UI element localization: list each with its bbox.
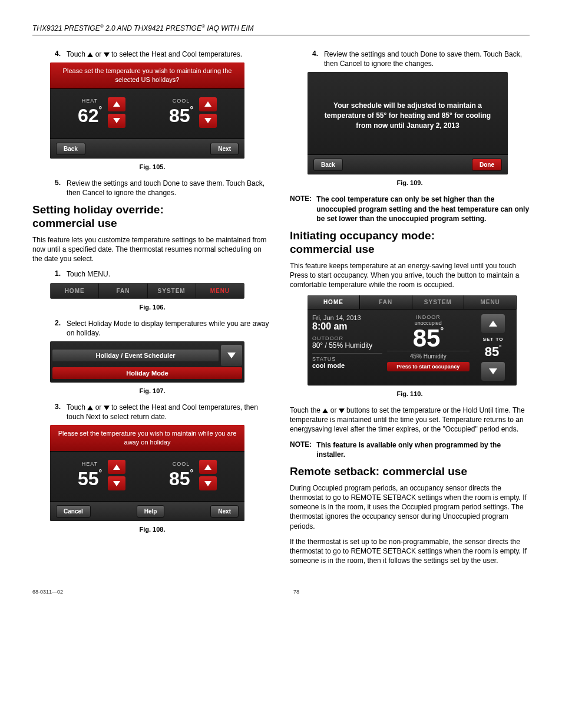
- cool-value: 85°: [169, 105, 193, 127]
- up-arrow-icon: [322, 409, 328, 413]
- temp-down-button[interactable]: [481, 362, 505, 381]
- note-2: NOTE: This feature is available only whe…: [290, 440, 530, 459]
- tab-system[interactable]: SYSTEM: [148, 284, 196, 298]
- fig105-screen: Please set the temperature you wish to m…: [50, 62, 244, 159]
- sec2-body: This feature keeps temperature at an ene…: [290, 261, 530, 290]
- cool-label: COOL: [169, 98, 193, 104]
- done-button[interactable]: Done: [472, 159, 502, 171]
- outdoor-label: OUTDOOR: [312, 335, 382, 341]
- note-1: NOTE: The cool temperature can only be s…: [290, 195, 530, 223]
- cancel-button[interactable]: Cancel: [56, 505, 91, 518]
- heat-value: 62°: [78, 105, 102, 127]
- tab-menu[interactable]: MENU: [196, 284, 244, 298]
- sec1-body: This feature lets you customize temperat…: [32, 235, 272, 264]
- sec3-p2: If the thermostat is set up to be non-pr…: [290, 537, 530, 566]
- hdr-a: THX9321 PRESTIGE: [32, 24, 100, 32]
- back-button[interactable]: Back: [56, 143, 85, 155]
- tab-home[interactable]: HOME: [51, 284, 99, 298]
- cool-down-button[interactable]: [199, 476, 217, 490]
- heat-down-button[interactable]: [108, 114, 125, 128]
- num: 1.: [50, 269, 61, 279]
- txt: Touch or to select the Heat and Cool tem…: [67, 403, 272, 421]
- left-step-4: 4. Touch or to select the Heat and Cool …: [50, 50, 272, 59]
- num: 2.: [50, 319, 61, 338]
- heat-value: 55°: [78, 468, 102, 490]
- txt: Review the settings and touch Done to sa…: [324, 50, 530, 68]
- right-step-4: 4. Review the settings and touch Done to…: [308, 50, 530, 68]
- next-button[interactable]: Next: [210, 143, 239, 155]
- hdr-c: IAQ WITH EIM: [205, 24, 254, 32]
- fig105-caption: Fig. 105.: [32, 163, 272, 170]
- down-arrow-icon: [339, 409, 345, 413]
- note-label: NOTE:: [290, 195, 312, 223]
- num: 5.: [50, 179, 61, 197]
- back-button[interactable]: Back: [313, 159, 343, 171]
- cool-value: 85°: [169, 468, 193, 490]
- schedule-message: Your schedule will be adjusted to mainta…: [308, 72, 508, 154]
- holiday-mode-item[interactable]: Holiday Mode: [52, 367, 242, 379]
- date: Fri, Jun 14, 2013: [312, 314, 382, 321]
- num: 4.: [308, 50, 318, 68]
- fig106-tabstrip: HOME FAN SYSTEM MENU: [50, 283, 244, 299]
- tab-home[interactable]: HOME: [308, 295, 360, 309]
- set-to-label: SET TO: [483, 337, 504, 342]
- cool-up-button[interactable]: [199, 97, 217, 111]
- note-label: NOTE:: [290, 440, 312, 459]
- section-remote-setback: Remote setback: commercial use: [290, 465, 530, 479]
- tab-fan[interactable]: FAN: [99, 284, 147, 298]
- left-step-1: 1. Touch MENU.: [50, 269, 272, 279]
- temp-up-button[interactable]: [481, 314, 505, 333]
- left-step-5: 5. Review the settings and touch Done to…: [50, 179, 272, 197]
- heat-label: HEAT: [78, 461, 102, 467]
- down-arrow-icon: [104, 406, 110, 410]
- num: 3.: [50, 403, 61, 421]
- set-to-value: 85°: [485, 344, 501, 360]
- section-holiday-override: Setting holiday override: commercial use: [32, 203, 272, 230]
- next-button[interactable]: Next: [210, 505, 239, 518]
- outdoor-value: 80° / 55% Humidity: [312, 341, 382, 350]
- up-arrow-icon: [87, 406, 93, 410]
- fig109-caption: Fig. 109.: [290, 179, 530, 186]
- scheduler-dropdown[interactable]: [221, 345, 242, 366]
- page-number: 78: [293, 589, 299, 595]
- fig110-home-screen: HOME FAN SYSTEM MENU Fri, Jun 14, 2013 8…: [308, 295, 517, 386]
- heat-up-button[interactable]: [108, 97, 125, 111]
- fig107-caption: Fig. 107.: [32, 387, 272, 394]
- press-to-start-button[interactable]: Press to start occupancy: [387, 362, 470, 371]
- time: 8:00 am: [312, 321, 382, 332]
- txt: Touch MENU.: [67, 269, 272, 279]
- num: 4.: [50, 50, 61, 59]
- left-step-3: 3. Touch or to select the Heat and Cool …: [50, 403, 272, 421]
- heat-up-button[interactable]: [108, 460, 125, 474]
- heat-down-button[interactable]: [108, 476, 125, 490]
- doc-number: 68-0311—02: [32, 589, 63, 595]
- status-label: STATUS: [312, 356, 382, 362]
- txt: Review the settings and touch Done to sa…: [67, 179, 272, 197]
- indoor-label: INDOOR: [387, 314, 470, 320]
- cool-up-button[interactable]: [199, 460, 217, 474]
- note-text: This feature is available only when prog…: [316, 440, 530, 459]
- fig108-caption: Fig. 108.: [32, 526, 272, 533]
- section-occupancy-mode: Initiating occupancy mode: commercial us…: [290, 229, 530, 256]
- note-text: The cool temperature can only be set hig…: [316, 195, 530, 223]
- prompt-bar: Please set the temperature you wish to m…: [50, 425, 244, 452]
- fig110-caption: Fig. 110.: [290, 390, 530, 397]
- hdr-b: 2.0 AND THX9421 PRESTIGE: [104, 24, 201, 32]
- tab-menu[interactable]: MENU: [464, 295, 517, 309]
- sec3-p1: During Occupied program periods, an occu…: [290, 483, 530, 531]
- txt: Touch or to select the Heat and Cool tem…: [67, 50, 272, 59]
- help-button[interactable]: Help: [137, 505, 165, 518]
- tab-system[interactable]: SYSTEM: [412, 295, 465, 309]
- cool-down-button[interactable]: [199, 114, 217, 128]
- status-value: cool mode: [312, 362, 382, 369]
- cool-label: COOL: [169, 461, 193, 467]
- tab-fan[interactable]: FAN: [360, 295, 412, 309]
- fig109-screen: Your schedule will be adjusted to mainta…: [308, 72, 508, 174]
- down-arrow-icon: [104, 52, 110, 57]
- header-rule: [32, 35, 530, 35]
- indoor-temp: 85°: [387, 327, 470, 350]
- indoor-humidity: 45% Humidity: [387, 351, 470, 360]
- post-fig110-text: Touch the or buttons to set the temperat…: [290, 406, 530, 434]
- up-arrow-icon: [87, 52, 93, 57]
- left-step-2: 2. Select Holiday Mode to display temper…: [50, 319, 272, 338]
